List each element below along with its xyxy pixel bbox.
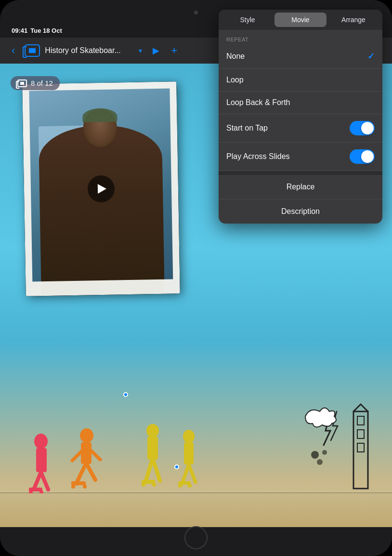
repeat-none-label: None (226, 52, 245, 61)
svg-point-32 (188, 484, 192, 488)
document-title[interactable]: History of Skateboar... (45, 46, 136, 55)
svg-point-18 (83, 485, 87, 489)
play-across-slides-toggle[interactable] (350, 149, 375, 164)
status-date: Tue 18 Oct (30, 27, 62, 34)
svg-line-13 (87, 464, 95, 480)
description-label: Description (281, 207, 320, 215)
svg-rect-35 (357, 430, 364, 438)
svg-point-26 (183, 430, 195, 443)
checkmark-icon: ✓ (367, 51, 375, 62)
svg-line-6 (41, 472, 48, 490)
svg-point-31 (178, 484, 182, 488)
title-chevron-icon[interactable]: ▾ (139, 47, 142, 54)
svg-rect-4 (36, 448, 47, 472)
svg-rect-27 (184, 442, 194, 464)
format-panel: Style Movie Arrange REPEAT None ✓ Loop L… (219, 10, 382, 224)
svg-point-3 (34, 434, 48, 449)
camera-dot (194, 11, 198, 14)
selection-handle-right[interactable] (174, 464, 179, 469)
description-action[interactable]: Description (219, 199, 382, 224)
ink-drawing (286, 402, 382, 498)
svg-line-5 (34, 472, 41, 490)
start-on-tap-toggle[interactable] (350, 121, 375, 135)
play-button[interactable]: ▶ (148, 43, 164, 58)
svg-line-12 (76, 464, 86, 484)
play-across-slides-row: Play Across Slides (219, 143, 382, 171)
replace-action[interactable]: Replace (219, 175, 382, 199)
add-button[interactable]: + (166, 42, 182, 59)
svg-rect-11 (81, 442, 91, 464)
svg-point-38 (322, 450, 327, 455)
skater-pink (24, 432, 58, 494)
svg-line-21 (145, 460, 152, 482)
panel-content: REPEAT None ✓ Loop Loop Back & Forth Sta… (219, 30, 382, 224)
panel-divider (219, 171, 382, 175)
svg-line-15 (91, 451, 100, 460)
video-element[interactable] (22, 81, 180, 296)
tab-arrange[interactable]: Arrange (327, 13, 379, 27)
slides-navigator-icon[interactable] (25, 44, 40, 57)
svg-rect-16 (71, 481, 86, 485)
svg-rect-36 (357, 443, 364, 452)
repeat-loop-back-forth-label: Loop Back & Forth (226, 98, 290, 107)
tab-movie[interactable]: Movie (274, 13, 327, 27)
svg-point-17 (71, 485, 75, 489)
ipad-frame: 09:41 Tue 18 Oct 100% ‹ History of Skate… (0, 0, 392, 556)
selection-handle-bottom[interactable] (123, 392, 128, 397)
svg-rect-33 (353, 411, 368, 489)
skater-orange (67, 427, 106, 494)
repeat-option-loop-back-forth[interactable]: Loop Back & Forth (219, 92, 382, 114)
repeat-option-none[interactable]: None ✓ (219, 44, 382, 69)
toggle-knob-2 (361, 150, 374, 163)
repeat-loop-label: Loop (226, 76, 244, 84)
svg-line-29 (189, 464, 196, 482)
svg-line-22 (153, 460, 160, 481)
play-across-slides-label: Play Across Slides (226, 152, 290, 161)
svg-point-24 (142, 483, 145, 487)
svg-point-10 (80, 428, 93, 443)
svg-point-39 (317, 459, 323, 465)
tab-style[interactable]: Style (222, 13, 274, 27)
home-button[interactable] (184, 526, 208, 549)
slide-counter-text: 8 of 12 (31, 79, 53, 87)
skater-yellow (135, 422, 171, 494)
panel-tab-bar: Style Movie Arrange (219, 10, 382, 30)
skater-yellow2 (173, 427, 205, 494)
slide-counter-badge[interactable]: 8 of 12 (11, 76, 60, 90)
status-time-date: 09:41 Tue 18 Oct (12, 27, 62, 34)
toggle-knob (361, 122, 374, 134)
repeat-option-loop[interactable]: Loop (219, 69, 382, 92)
repeat-section-label: REPEAT (219, 30, 382, 44)
status-time: 09:41 (12, 27, 27, 34)
svg-point-19 (146, 424, 159, 437)
back-button[interactable]: ‹ (7, 42, 20, 59)
replace-label: Replace (287, 183, 315, 191)
svg-rect-20 (147, 437, 158, 460)
slide-counter-icon (17, 79, 27, 87)
start-on-tap-row: Start on Tap (219, 114, 382, 143)
start-on-tap-label: Start on Tap (226, 124, 268, 132)
slide-artwork (0, 411, 392, 527)
play-triangle-icon (98, 184, 106, 194)
svg-point-37 (311, 451, 319, 459)
svg-line-28 (182, 464, 189, 484)
svg-rect-34 (357, 416, 364, 425)
svg-line-14 (72, 451, 82, 461)
svg-point-25 (152, 483, 156, 487)
